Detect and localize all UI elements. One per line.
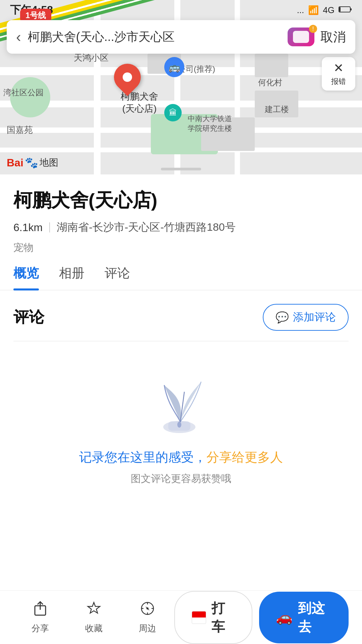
bottom-action-bar: 分享 收藏 周边 打车 🚗 xyxy=(0,590,362,644)
estate-label: 国嘉苑 xyxy=(7,124,33,136)
place-name: 柯鹏犬舍(天心店) xyxy=(13,188,349,213)
comment-icon: 💬 xyxy=(276,311,289,324)
add-review-label: 添加评论 xyxy=(293,310,336,325)
review-section: 评论 💬 添加评论 记录您在这里的感受，分享给更多人 图文评论更容易获赞哦 xyxy=(0,290,362,519)
tianHong-label: 天鸿小区 xyxy=(74,52,109,64)
review-header: 评论 💬 添加评论 xyxy=(13,304,349,331)
taxi-button[interactable]: 打车 xyxy=(174,591,252,644)
cta-part1: 记录您在这里的感受， xyxy=(79,450,206,464)
wifi-icon: 📶 xyxy=(308,5,319,15)
signal-icon: ... xyxy=(297,5,304,15)
distance: 6.1km xyxy=(13,221,43,234)
baidu-logo: Bai 🐾 地图 xyxy=(7,156,58,169)
empty-cta: 记录您在这里的感受，分享给更多人 xyxy=(79,449,283,466)
ai-assistant-button[interactable] xyxy=(288,28,314,46)
add-review-button[interactable]: 💬 添加评论 xyxy=(263,304,349,331)
review-title: 评论 xyxy=(13,307,44,328)
village-label: 何化村 xyxy=(258,77,282,88)
review-divider xyxy=(13,341,349,341)
empty-review-state: 记录您在这里的感受，分享给更多人 图文评论更容易获赞哦 xyxy=(13,362,349,506)
back-button[interactable]: ‹ xyxy=(16,29,21,45)
place-address: 湖南省-长沙市-天心区-竹塘西路180号 xyxy=(57,220,235,235)
taxi-flag-icon xyxy=(192,611,206,624)
svg-rect-0 xyxy=(339,7,350,12)
car-icon: 🚗 xyxy=(276,609,293,625)
cta-part2: 分享给更多人 xyxy=(206,450,283,464)
building-label: 建工楼 xyxy=(265,104,289,115)
location-pin xyxy=(114,64,141,91)
svg-point-6 xyxy=(177,422,181,428)
transport-pin: 🚌 xyxy=(164,57,184,77)
network-type: 4G xyxy=(323,5,335,15)
navigate-label: 到这去 xyxy=(298,599,332,636)
status-bar: 下午4:58 ... 📶 4G xyxy=(0,0,362,20)
share-label: 分享 xyxy=(32,623,49,634)
place-category: 宠物 xyxy=(13,241,349,255)
tab-album[interactable]: 相册 xyxy=(59,265,84,290)
nearby-label: 周边 xyxy=(139,623,156,634)
search-text: 柯鹏犬舍(天心...沙市天心区 xyxy=(28,29,282,45)
drag-handle[interactable] xyxy=(161,168,201,170)
search-bar[interactable]: ‹ 柯鹏犬舍(天心...沙市天心区 取消 xyxy=(7,20,355,54)
nearby-action[interactable]: 周边 xyxy=(121,600,174,634)
star-icon xyxy=(86,600,102,620)
compass-icon xyxy=(139,600,156,620)
map-area[interactable]: 🚌 🏛 柯鹏犬舍(天心店) 公司(推荐) 中南大学铁道学院研究生楼 建工楼 何化… xyxy=(0,0,362,174)
empty-subtitle: 图文评论更容易获赞哦 xyxy=(131,472,231,486)
meta-divider xyxy=(49,222,50,232)
favorite-label: 收藏 xyxy=(85,623,103,634)
info-panel: 柯鹏犬舍(天心店) 6.1km 湖南省-长沙市-天心区-竹塘西路180号 宠物 xyxy=(0,174,362,255)
svg-rect-2 xyxy=(339,7,341,12)
university-label: 中南大学铁道学院研究生楼 xyxy=(188,114,232,133)
tab-overview[interactable]: 概览 xyxy=(13,265,39,290)
navigate-button[interactable]: 🚗 到这去 xyxy=(259,592,349,643)
share-icon xyxy=(32,600,48,620)
favorite-action[interactable]: 收藏 xyxy=(67,600,121,634)
taxi-label: 打车 xyxy=(212,599,235,636)
battery-icon xyxy=(339,5,352,15)
tab-bar: 概览 相册 评论 xyxy=(0,265,362,290)
report-error-button[interactable]: ✕ 报错 xyxy=(322,57,355,91)
quill-icon xyxy=(154,375,208,435)
share-action[interactable]: 分享 xyxy=(13,600,67,634)
school-pin: 🏛 xyxy=(164,104,182,121)
cancel-button[interactable]: 取消 xyxy=(320,29,346,46)
park-label: 湾社区公园 xyxy=(3,87,44,98)
tab-reviews[interactable]: 评论 xyxy=(105,265,130,290)
svg-rect-1 xyxy=(350,8,352,10)
place-meta: 6.1km 湖南省-长沙市-天心区-竹塘西路180号 xyxy=(13,220,349,235)
